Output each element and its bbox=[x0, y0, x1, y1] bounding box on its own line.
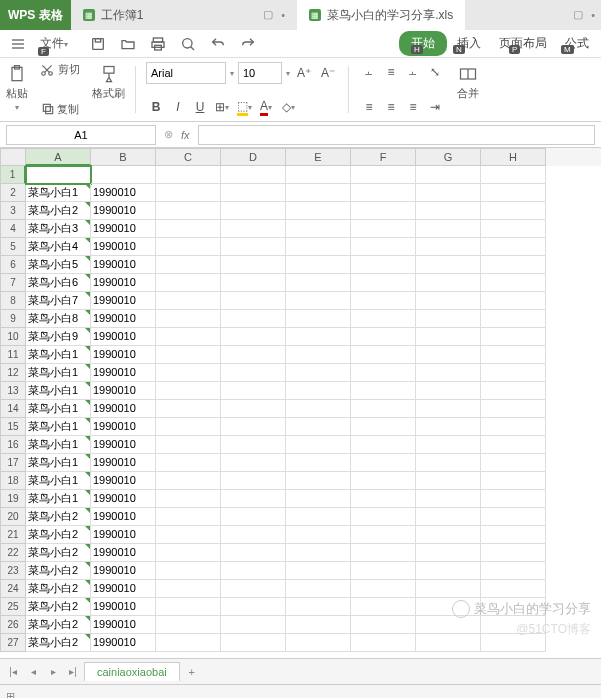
cell[interactable] bbox=[221, 526, 286, 544]
cell[interactable]: 1990010 bbox=[91, 238, 156, 256]
row-header[interactable]: 15 bbox=[0, 418, 26, 436]
align-right-icon[interactable]: ≡ bbox=[403, 97, 423, 117]
file-menu[interactable]: 文件▾F bbox=[34, 33, 74, 54]
cell[interactable] bbox=[286, 292, 351, 310]
cell[interactable] bbox=[481, 274, 546, 292]
cell[interactable] bbox=[481, 184, 546, 202]
cell[interactable] bbox=[481, 544, 546, 562]
sheet-tab[interactable]: cainiaoxiaobai bbox=[84, 662, 180, 681]
tab2-menu-icon[interactable]: • bbox=[591, 9, 595, 21]
merge-button[interactable]: 合并 bbox=[453, 62, 483, 117]
row-header[interactable]: 24 bbox=[0, 580, 26, 598]
cell[interactable] bbox=[156, 274, 221, 292]
cell[interactable] bbox=[351, 364, 416, 382]
sheet-last-icon[interactable]: ▸| bbox=[64, 663, 82, 681]
cell[interactable] bbox=[481, 400, 546, 418]
row-header[interactable]: 26 bbox=[0, 616, 26, 634]
cell[interactable] bbox=[221, 274, 286, 292]
formula-input[interactable] bbox=[198, 125, 595, 145]
cell[interactable] bbox=[481, 526, 546, 544]
cell[interactable] bbox=[286, 598, 351, 616]
font-name-select[interactable] bbox=[146, 62, 226, 84]
cell[interactable] bbox=[416, 310, 481, 328]
row-header[interactable]: 16 bbox=[0, 436, 26, 454]
row-header[interactable]: 4 bbox=[0, 220, 26, 238]
cell[interactable]: 菜鸟小白4 bbox=[26, 238, 91, 256]
copy-button[interactable]: 复制 bbox=[41, 102, 79, 117]
increase-font-icon[interactable]: A⁺ bbox=[294, 63, 314, 83]
cell[interactable] bbox=[416, 436, 481, 454]
cell[interactable] bbox=[351, 166, 416, 184]
cell[interactable]: 1990010 bbox=[91, 472, 156, 490]
border-button[interactable]: ⊞▾ bbox=[212, 97, 232, 117]
cell[interactable] bbox=[351, 400, 416, 418]
cell[interactable] bbox=[351, 562, 416, 580]
cell[interactable]: 菜鸟小白2 bbox=[26, 562, 91, 580]
cell[interactable] bbox=[221, 598, 286, 616]
font-color-button[interactable]: A▾ bbox=[256, 97, 276, 117]
cell[interactable] bbox=[416, 634, 481, 652]
row-header[interactable]: 2 bbox=[0, 184, 26, 202]
cell[interactable]: 菜鸟小白1 bbox=[26, 454, 91, 472]
cell[interactable] bbox=[156, 490, 221, 508]
cell[interactable] bbox=[286, 526, 351, 544]
format-painter-button[interactable]: 格式刷 bbox=[88, 62, 129, 117]
cell[interactable] bbox=[221, 310, 286, 328]
cell[interactable] bbox=[481, 310, 546, 328]
row-header[interactable]: 22 bbox=[0, 544, 26, 562]
cell[interactable] bbox=[221, 472, 286, 490]
cell[interactable]: 菜鸟小白1 bbox=[26, 382, 91, 400]
cell[interactable] bbox=[286, 166, 351, 184]
cell[interactable]: 菜鸟小白7 bbox=[26, 292, 91, 310]
paste-button[interactable]: 粘贴▾ bbox=[2, 62, 32, 117]
cell[interactable] bbox=[416, 382, 481, 400]
cell[interactable] bbox=[481, 562, 546, 580]
cell[interactable] bbox=[156, 184, 221, 202]
cell[interactable] bbox=[416, 580, 481, 598]
indent-icon[interactable]: ⇥ bbox=[425, 97, 445, 117]
cell[interactable]: 菜鸟小白8 bbox=[26, 310, 91, 328]
cell[interactable] bbox=[156, 166, 221, 184]
row-header[interactable]: 12 bbox=[0, 364, 26, 382]
cell[interactable] bbox=[481, 490, 546, 508]
cell[interactable] bbox=[416, 544, 481, 562]
cell[interactable] bbox=[221, 544, 286, 562]
cell[interactable] bbox=[481, 292, 546, 310]
cell[interactable] bbox=[286, 346, 351, 364]
cell[interactable] bbox=[416, 472, 481, 490]
select-all-corner[interactable] bbox=[0, 148, 26, 166]
cell[interactable] bbox=[286, 454, 351, 472]
cell[interactable]: 菜鸟小白3 bbox=[26, 220, 91, 238]
row-header[interactable]: 1 bbox=[0, 166, 26, 184]
cell[interactable] bbox=[221, 580, 286, 598]
row-header[interactable]: 18 bbox=[0, 472, 26, 490]
cell[interactable]: 1990010 bbox=[91, 580, 156, 598]
cell[interactable] bbox=[156, 400, 221, 418]
cell[interactable] bbox=[351, 580, 416, 598]
cell[interactable] bbox=[286, 544, 351, 562]
cell[interactable] bbox=[481, 166, 546, 184]
cell[interactable]: 1990010 bbox=[91, 400, 156, 418]
col-header-E[interactable]: E bbox=[286, 148, 351, 166]
row-header[interactable]: 14 bbox=[0, 400, 26, 418]
cell[interactable] bbox=[156, 616, 221, 634]
cell[interactable] bbox=[416, 292, 481, 310]
cell[interactable] bbox=[351, 184, 416, 202]
row-header[interactable]: 17 bbox=[0, 454, 26, 472]
sheet-next-icon[interactable]: ▸ bbox=[44, 663, 62, 681]
cell[interactable] bbox=[416, 202, 481, 220]
cell[interactable] bbox=[221, 418, 286, 436]
cell[interactable] bbox=[286, 364, 351, 382]
cell[interactable] bbox=[221, 166, 286, 184]
cell[interactable] bbox=[481, 364, 546, 382]
cell[interactable] bbox=[481, 634, 546, 652]
doc-tab-2[interactable]: ▦ 菜鸟小白的学习分享.xls bbox=[297, 0, 465, 30]
row-header[interactable]: 25 bbox=[0, 598, 26, 616]
align-bottom-icon[interactable]: ⫠ bbox=[403, 62, 423, 82]
cell[interactable]: 1990010 bbox=[91, 508, 156, 526]
row-header[interactable]: 13 bbox=[0, 382, 26, 400]
row-header[interactable]: 11 bbox=[0, 346, 26, 364]
cell[interactable]: 菜鸟小白1 bbox=[26, 436, 91, 454]
cell[interactable] bbox=[156, 328, 221, 346]
cell[interactable] bbox=[416, 616, 481, 634]
